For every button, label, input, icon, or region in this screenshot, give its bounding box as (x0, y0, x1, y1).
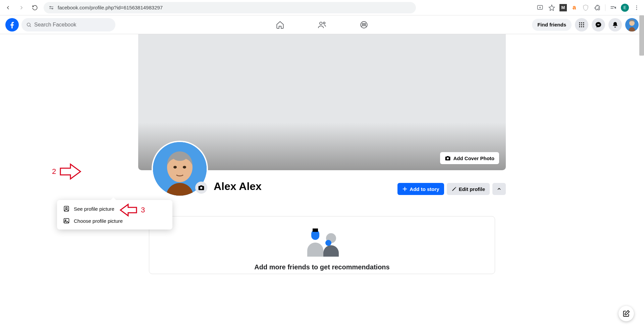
kebab-menu-icon[interactable] (633, 4, 641, 12)
search-input[interactable]: Search Facebook (21, 18, 115, 31)
browser-toolbar: facebook.com/profile.php?id=615638149832… (0, 0, 644, 15)
profile-actions: Add to story Edit profile (397, 183, 506, 195)
annotation-3: 3 (119, 203, 145, 217)
media-control-icon[interactable] (609, 4, 617, 12)
arrow-left-icon (119, 203, 138, 217)
profile-header: Alex Alex Add to story Edit profile (138, 170, 506, 215)
svg-point-5 (636, 9, 637, 10)
install-icon[interactable] (536, 4, 544, 12)
camera-icon (198, 184, 205, 191)
menu-grid-button[interactable] (575, 18, 588, 31)
update-photo-button[interactable] (195, 182, 207, 194)
svg-point-6 (27, 23, 30, 26)
image-icon (63, 217, 70, 224)
svg-point-14 (583, 22, 584, 23)
annotation-2: 2 (52, 163, 82, 180)
more-actions-button[interactable] (492, 183, 506, 195)
edit-profile-button[interactable]: Edit profile (447, 183, 490, 195)
svg-point-25 (173, 166, 177, 169)
friends-illustration (305, 230, 339, 257)
profile-container: Add Cover Photo Alex Alex Add to story (138, 34, 506, 274)
star-icon[interactable] (548, 4, 556, 12)
svg-point-28 (66, 207, 67, 209)
page-content: Add Cover Photo Alex Alex Add to story (0, 34, 644, 328)
svg-point-30 (65, 220, 66, 221)
svg-point-7 (320, 22, 322, 24)
svg-point-17 (583, 24, 584, 25)
shield-icon[interactable] (582, 4, 590, 12)
chevron-up-icon (496, 186, 502, 192)
divider (605, 4, 605, 11)
svg-point-11 (364, 23, 366, 24)
svg-point-1 (52, 8, 53, 9)
add-to-story-button[interactable]: Add to story (397, 183, 444, 195)
notifications-button[interactable] (608, 18, 622, 31)
svg-point-0 (50, 6, 51, 7)
reload-button[interactable] (30, 3, 40, 12)
address-bar[interactable]: facebook.com/profile.php?id=615638149832… (44, 2, 416, 13)
profile-picture[interactable] (152, 141, 208, 197)
back-button[interactable] (3, 3, 13, 12)
svg-point-26 (183, 166, 186, 169)
facebook-header: Search Facebook Find friends (0, 15, 644, 34)
svg-point-10 (362, 23, 364, 24)
messenger-button[interactable] (592, 18, 605, 31)
groups-icon[interactable] (357, 18, 371, 31)
svg-point-18 (579, 26, 580, 27)
pencil-icon (451, 186, 457, 192)
portrait-icon (63, 205, 70, 212)
svg-point-4 (636, 7, 637, 8)
svg-point-15 (579, 24, 580, 25)
add-cover-button[interactable]: Add Cover Photo (440, 152, 499, 164)
svg-point-9 (361, 21, 367, 28)
recommendations-title: Add more friends to get recommendations (149, 263, 495, 271)
svg-point-3 (636, 5, 637, 6)
see-profile-picture-item[interactable]: See profile picture (60, 203, 170, 215)
find-friends-button[interactable]: Find friends (532, 19, 572, 31)
arrow-right-icon (59, 163, 82, 180)
svg-point-20 (583, 26, 584, 27)
home-icon[interactable] (273, 18, 287, 31)
search-placeholder: Search Facebook (34, 22, 76, 28)
svg-point-12 (579, 22, 580, 23)
svg-point-19 (581, 26, 582, 27)
recommendations-panel: Add more friends to get recommendations (149, 216, 495, 274)
camera-icon (445, 155, 451, 161)
browser-actions: M a E (536, 4, 641, 12)
extensions-icon[interactable] (593, 4, 601, 12)
center-nav (273, 18, 371, 31)
friends-icon[interactable] (315, 18, 329, 31)
svg-point-8 (323, 22, 325, 23)
site-settings-icon[interactable] (48, 5, 54, 11)
forward-button[interactable] (17, 3, 26, 12)
header-right: Find friends (532, 18, 639, 31)
extension-a-icon[interactable]: a (571, 4, 578, 11)
svg-point-16 (581, 24, 582, 25)
extension-m-icon[interactable]: M (559, 4, 567, 11)
choose-profile-picture-item[interactable]: Choose profile picture (60, 215, 170, 227)
plus-icon (402, 186, 408, 192)
svg-point-13 (581, 22, 582, 23)
profile-picture-menu: See profile picture Choose profile pictu… (57, 200, 172, 229)
scrollbar[interactable] (639, 15, 644, 56)
search-icon (26, 22, 32, 27)
account-avatar[interactable] (625, 18, 639, 31)
compose-icon (623, 310, 630, 317)
facebook-logo[interactable] (5, 18, 19, 31)
url-text: facebook.com/profile.php?id=615638149832… (58, 5, 163, 10)
floating-edit-button[interactable] (619, 306, 634, 321)
browser-profile-avatar[interactable]: E (621, 4, 629, 12)
